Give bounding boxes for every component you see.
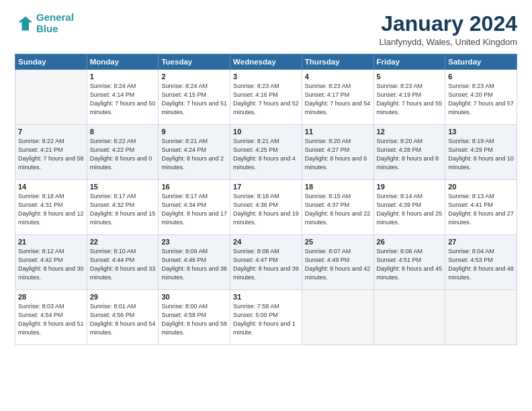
day-info: Sunrise: 8:19 AMSunset: 4:29 PMDaylight:… — [448, 137, 514, 172]
location: Llanfynydd, Wales, United Kingdom — [380, 37, 517, 47]
day-info: Sunrise: 8:23 AMSunset: 4:19 PMDaylight:… — [377, 82, 443, 117]
month-title: January 2024 — [380, 12, 517, 36]
calendar-cell: 23Sunrise: 8:09 AMSunset: 4:46 PMDayligh… — [159, 235, 230, 290]
day-info: Sunrise: 8:24 AMSunset: 4:14 PMDaylight:… — [90, 82, 156, 117]
day-number: 9 — [161, 128, 227, 136]
day-number: 12 — [377, 128, 443, 136]
col-header-monday: Monday — [87, 54, 159, 70]
calendar-cell: 2Sunrise: 8:24 AMSunset: 4:15 PMDaylight… — [159, 70, 230, 125]
day-info: Sunrise: 8:10 AMSunset: 4:44 PMDaylight:… — [90, 247, 156, 282]
calendar-cell: 15Sunrise: 8:17 AMSunset: 4:32 PMDayligh… — [87, 180, 159, 235]
calendar-cell: 13Sunrise: 8:19 AMSunset: 4:29 PMDayligh… — [445, 125, 517, 180]
page-header: General Blue January 2024 Llanfynydd, Wa… — [15, 12, 517, 47]
calendar-cell: 18Sunrise: 8:15 AMSunset: 4:37 PMDayligh… — [302, 180, 373, 235]
day-info: Sunrise: 8:14 AMSunset: 4:39 PMDaylight:… — [377, 192, 443, 227]
logo-line2: Blue — [36, 23, 58, 34]
col-header-wednesday: Wednesday — [230, 54, 302, 70]
calendar-cell — [445, 290, 517, 345]
day-number: 31 — [233, 293, 299, 301]
logo-text: General Blue — [36, 12, 74, 34]
calendar-cell: 24Sunrise: 8:08 AMSunset: 4:47 PMDayligh… — [230, 235, 302, 290]
day-number: 8 — [90, 128, 156, 136]
day-info: Sunrise: 8:21 AMSunset: 4:24 PMDaylight:… — [161, 137, 227, 172]
day-number: 1 — [90, 73, 156, 81]
col-header-friday: Friday — [373, 54, 445, 70]
day-number: 18 — [305, 183, 371, 191]
day-number: 23 — [161, 238, 227, 246]
logo: General Blue — [15, 12, 74, 34]
day-info: Sunrise: 8:16 AMSunset: 4:36 PMDaylight:… — [233, 192, 299, 227]
day-number: 10 — [233, 128, 299, 136]
day-number: 15 — [90, 183, 156, 191]
day-number: 28 — [18, 293, 84, 301]
day-number: 27 — [448, 238, 514, 246]
calendar-cell — [15, 70, 87, 125]
day-number: 26 — [377, 238, 443, 246]
calendar-cell: 1Sunrise: 8:24 AMSunset: 4:14 PMDaylight… — [87, 70, 159, 125]
calendar-cell — [302, 290, 373, 345]
logo-icon — [15, 14, 34, 33]
day-info: Sunrise: 8:18 AMSunset: 4:31 PMDaylight:… — [18, 192, 84, 227]
day-number: 30 — [161, 293, 227, 301]
col-header-saturday: Saturday — [445, 54, 517, 70]
calendar-cell: 7Sunrise: 8:22 AMSunset: 4:21 PMDaylight… — [15, 125, 87, 180]
day-info: Sunrise: 8:03 AMSunset: 4:54 PMDaylight:… — [18, 302, 84, 337]
day-info: Sunrise: 8:09 AMSunset: 4:46 PMDaylight:… — [161, 247, 227, 282]
day-number: 5 — [377, 73, 443, 81]
day-info: Sunrise: 8:20 AMSunset: 4:28 PMDaylight:… — [377, 137, 443, 172]
calendar-cell: 8Sunrise: 8:22 AMSunset: 4:22 PMDaylight… — [87, 125, 159, 180]
day-number: 29 — [90, 293, 156, 301]
calendar-cell: 31Sunrise: 7:58 AMSunset: 5:00 PMDayligh… — [230, 290, 302, 345]
day-number: 4 — [305, 73, 371, 81]
day-number: 16 — [161, 183, 227, 191]
day-number: 22 — [90, 238, 156, 246]
day-info: Sunrise: 8:17 AMSunset: 4:32 PMDaylight:… — [90, 192, 156, 227]
calendar-cell: 29Sunrise: 8:01 AMSunset: 4:56 PMDayligh… — [87, 290, 159, 345]
day-info: Sunrise: 8:23 AMSunset: 4:20 PMDaylight:… — [448, 82, 514, 117]
calendar-cell: 17Sunrise: 8:16 AMSunset: 4:36 PMDayligh… — [230, 180, 302, 235]
day-number: 21 — [18, 238, 84, 246]
logo-line1: General — [36, 11, 74, 23]
day-number: 2 — [161, 73, 227, 81]
day-number: 6 — [448, 73, 514, 81]
calendar-cell: 22Sunrise: 8:10 AMSunset: 4:44 PMDayligh… — [87, 235, 159, 290]
day-info: Sunrise: 8:06 AMSunset: 4:51 PMDaylight:… — [377, 247, 443, 282]
calendar-cell: 30Sunrise: 8:00 AMSunset: 4:58 PMDayligh… — [159, 290, 230, 345]
day-number: 3 — [233, 73, 299, 81]
day-number: 14 — [18, 183, 84, 191]
day-info: Sunrise: 8:17 AMSunset: 4:34 PMDaylight:… — [161, 192, 227, 227]
calendar-cell: 20Sunrise: 8:13 AMSunset: 4:41 PMDayligh… — [445, 180, 517, 235]
day-info: Sunrise: 8:01 AMSunset: 4:56 PMDaylight:… — [90, 302, 156, 337]
day-info: Sunrise: 8:15 AMSunset: 4:37 PMDaylight:… — [305, 192, 371, 227]
col-header-sunday: Sunday — [15, 54, 87, 70]
calendar-cell: 6Sunrise: 8:23 AMSunset: 4:20 PMDaylight… — [445, 70, 517, 125]
calendar-cell: 26Sunrise: 8:06 AMSunset: 4:51 PMDayligh… — [373, 235, 445, 290]
calendar-cell: 9Sunrise: 8:21 AMSunset: 4:24 PMDaylight… — [159, 125, 230, 180]
title-block: January 2024 Llanfynydd, Wales, United K… — [380, 12, 517, 47]
day-info: Sunrise: 8:07 AMSunset: 4:49 PMDaylight:… — [305, 247, 371, 282]
calendar-cell: 19Sunrise: 8:14 AMSunset: 4:39 PMDayligh… — [373, 180, 445, 235]
day-info: Sunrise: 8:13 AMSunset: 4:41 PMDaylight:… — [448, 192, 514, 227]
day-info: Sunrise: 8:08 AMSunset: 4:47 PMDaylight:… — [233, 247, 299, 282]
calendar-cell: 5Sunrise: 8:23 AMSunset: 4:19 PMDaylight… — [373, 70, 445, 125]
calendar-cell: 12Sunrise: 8:20 AMSunset: 4:28 PMDayligh… — [373, 125, 445, 180]
day-number: 25 — [305, 238, 371, 246]
day-info: Sunrise: 8:23 AMSunset: 4:17 PMDaylight:… — [305, 82, 371, 117]
day-info: Sunrise: 8:12 AMSunset: 4:42 PMDaylight:… — [18, 247, 84, 282]
calendar-cell: 14Sunrise: 8:18 AMSunset: 4:31 PMDayligh… — [15, 180, 87, 235]
day-info: Sunrise: 8:21 AMSunset: 4:25 PMDaylight:… — [233, 137, 299, 172]
calendar-cell: 4Sunrise: 8:23 AMSunset: 4:17 PMDaylight… — [302, 70, 373, 125]
calendar-cell: 10Sunrise: 8:21 AMSunset: 4:25 PMDayligh… — [230, 125, 302, 180]
day-info: Sunrise: 8:04 AMSunset: 4:53 PMDaylight:… — [448, 247, 514, 282]
day-info: Sunrise: 7:58 AMSunset: 5:00 PMDaylight:… — [233, 302, 299, 337]
day-number: 11 — [305, 128, 371, 136]
col-header-tuesday: Tuesday — [159, 54, 230, 70]
day-number: 19 — [377, 183, 443, 191]
day-info: Sunrise: 8:23 AMSunset: 4:16 PMDaylight:… — [233, 82, 299, 117]
day-info: Sunrise: 8:20 AMSunset: 4:27 PMDaylight:… — [305, 137, 371, 172]
day-info: Sunrise: 8:22 AMSunset: 4:22 PMDaylight:… — [90, 137, 156, 172]
calendar-cell: 16Sunrise: 8:17 AMSunset: 4:34 PMDayligh… — [159, 180, 230, 235]
calendar-cell — [373, 290, 445, 345]
calendar-cell: 28Sunrise: 8:03 AMSunset: 4:54 PMDayligh… — [15, 290, 87, 345]
day-info: Sunrise: 8:22 AMSunset: 4:21 PMDaylight:… — [18, 137, 84, 172]
